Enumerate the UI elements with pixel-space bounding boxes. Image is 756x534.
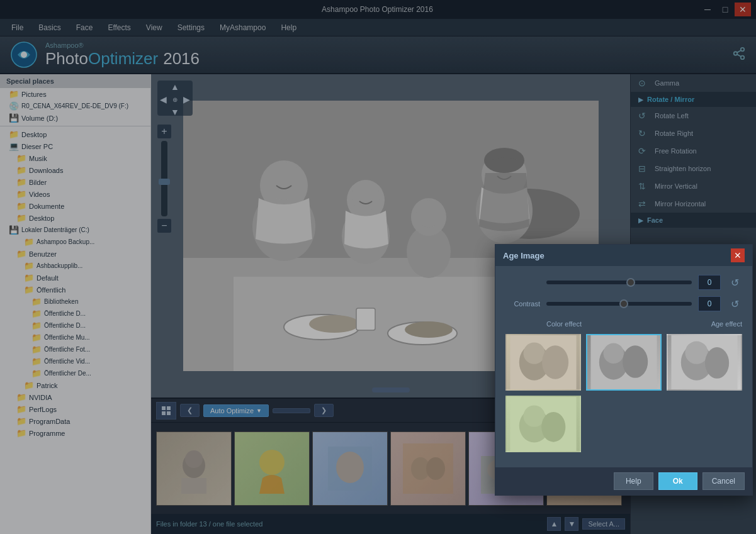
cancel-button[interactable]: Cancel <box>702 472 745 490</box>
slider-2-track[interactable] <box>546 302 692 306</box>
svg-point-53 <box>523 342 544 364</box>
effect-thumb-4[interactable] <box>505 396 581 452</box>
slider-1-reset[interactable]: ↺ <box>727 275 742 290</box>
svg-point-61 <box>685 342 708 364</box>
help-button[interactable]: Help <box>614 472 653 490</box>
slider-2-label: Contrast <box>505 300 540 308</box>
svg-point-62 <box>705 347 729 379</box>
dialog-body: 0 ↺ Contrast 0 ↺ Color effect Age effect <box>495 266 752 467</box>
ok-button[interactable]: Ok <box>658 472 697 490</box>
dialog-close-button[interactable]: ✕ <box>731 248 745 262</box>
age-image-dialog: Age Image ✕ 0 ↺ Contrast 0 ↺ <box>495 244 753 496</box>
svg-point-57 <box>604 343 624 363</box>
slider-row-2: Contrast 0 ↺ <box>505 296 742 311</box>
color-effect-label: Color effect <box>546 320 582 328</box>
age-effect-label: Age effect <box>711 320 742 328</box>
slider-1-thumb[interactable] <box>626 278 635 287</box>
svg-point-54 <box>542 345 568 379</box>
svg-point-66 <box>541 412 565 442</box>
slider-1-track[interactable] <box>546 281 692 284</box>
slider-2-value[interactable]: 0 <box>698 296 721 311</box>
slider-2-thumb[interactable] <box>619 299 628 308</box>
effect-thumb-1[interactable] <box>505 334 581 391</box>
dialog-title: Age Image <box>503 251 544 260</box>
effect-thumb-3[interactable] <box>667 334 742 391</box>
effect-thumbnails <box>505 334 742 452</box>
slider-2-reset[interactable]: ↺ <box>727 296 742 311</box>
dialog-footer: Help Ok Cancel <box>495 467 752 495</box>
effect-labels: Color effect Age effect <box>505 318 742 334</box>
effect-thumb-2[interactable] <box>586 334 662 391</box>
slider-1-value[interactable]: 0 <box>698 275 721 290</box>
slider-row-1: 0 ↺ <box>505 275 742 290</box>
dialog-overlay: Age Image ✕ 0 ↺ Contrast 0 ↺ <box>0 0 756 534</box>
svg-point-58 <box>623 345 648 378</box>
dialog-header: Age Image ✕ <box>495 245 752 266</box>
